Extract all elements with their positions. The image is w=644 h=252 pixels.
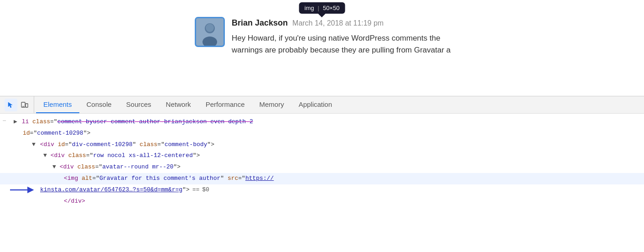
avatar [196,18,223,46]
src-link-partial[interactable]: https:// [245,175,274,182]
svg-point-3 [206,24,214,32]
equals-sign: == [192,185,200,195]
triangle-2: ▼ [32,141,36,148]
dots-indicator: … [3,116,6,123]
attr-class-value: comment byuser comment-author-brianjacks… [57,118,253,125]
inspector-icon-button[interactable] [5,99,17,111]
device-icon [21,101,28,109]
svg-rect-5 [26,104,28,107]
attr-id-value: comment-10298 [37,130,83,136]
webpage-preview: img | 50×50 Brian Jackson March 14, [0,0,644,96]
devtools-tabs: Elements Console Sources Network Perform… [34,96,339,113]
tab-console[interactable]: Console [79,96,119,113]
tag-li: li [22,118,32,125]
tab-sources[interactable]: Sources [119,96,159,113]
cursor-icon [7,101,15,109]
tooltip-separator: | [318,5,319,11]
devtools-code-content: … ▶ li class="comment byuser comment-aut… [0,114,644,210]
code-line-4: ▼ <div class="row nocol xs-all-12-center… [0,150,644,162]
author-name: Brian Jackson [232,18,288,28]
avatar-image [196,18,223,46]
tab-application[interactable]: Application [291,96,339,113]
devtools-icon-bar [2,96,34,113]
comment-text-line2: warnings are probably because they are p… [232,46,451,54]
comment-content: Brian Jackson March 14, 2018 at 11:19 pm… [232,18,617,56]
code-line-1: ▶ li class="comment byuser comment-autho… [0,116,644,128]
arrow-svg [9,186,36,194]
tooltip-tag: img [305,5,314,11]
device-toolbar-icon-button[interactable] [18,99,31,111]
comment-date: March 14, 2018 at 11:19 pm [292,19,384,27]
code-line-6: <img alt="Gravatar for this comment's au… [0,173,644,184]
code-line-3: ▼ <div id="div-comment-10298" class="com… [0,139,644,151]
tooltip-bubble: img | 50×50 [299,2,345,14]
comment-text: Hey Howard, if you're using native WordP… [232,32,617,56]
devtools-toolbar: Elements Console Sources Network Perform… [0,96,644,114]
code-line-2: id="comment-10298"> [0,128,644,139]
tab-elements[interactable]: Elements [36,96,79,113]
tooltip-dimensions: 50×50 [323,5,340,11]
blue-arrow-icon [9,186,36,194]
tab-network[interactable]: Network [159,96,198,113]
tab-performance[interactable]: Performance [198,96,252,113]
element-tooltip: img | 50×50 [299,2,345,17]
triangle-1: ▶ [14,118,17,125]
tooltip-arrow [318,14,326,17]
attr-class-name: class [32,118,50,125]
comment-author-line: Brian Jackson March 14, 2018 at 11:19 pm [232,18,617,28]
tab-memory[interactable]: Memory [252,96,291,113]
src-link-full[interactable]: kinsta.com/avatar/6547623…?s=50&d=mm&r=g [40,185,182,195]
code-line-8: </div> [0,196,644,207]
code-line-7: kinsta.com/avatar/6547623…?s=50&d=mm&r=g… [0,184,644,196]
dollar-zero: $0 [202,185,209,195]
comment-text-line1: Hey Howard, if you're using native WordP… [232,34,440,42]
code-line-5: ▼ <div class="avatar--round mr--20"> [0,162,644,173]
attr-id-name: id [23,130,30,136]
devtools-panel: Elements Console Sources Network Perform… [0,96,644,252]
